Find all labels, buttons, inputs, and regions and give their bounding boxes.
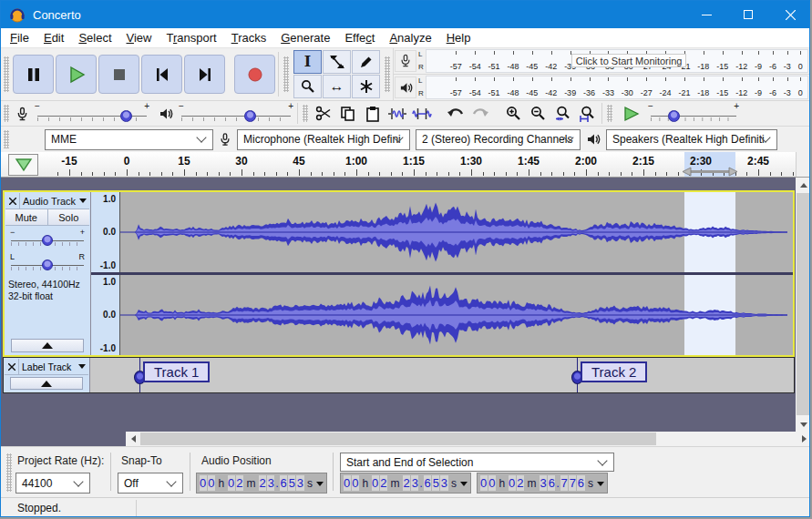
pan-thumb[interactable] [42,260,53,270]
horizontal-scroll-thumb[interactable] [140,432,656,445]
scroll-right-button[interactable] [797,432,810,446]
label-track[interactable]: Label Track Track 1 Track 2 [3,357,795,393]
pan-slider[interactable]: L R [9,252,86,275]
horizontal-scrollbar[interactable] [126,432,810,446]
project-rate-select[interactable]: 44100 [15,473,90,494]
stop-button[interactable] [98,55,139,94]
selection-resize-arrow-icon[interactable] [683,167,737,177]
menu-item-file[interactable]: File [3,29,36,46]
undo-button[interactable] [444,103,467,125]
play-speed-slider[interactable]: −+ [646,102,741,126]
menu-item-view[interactable]: View [119,29,159,46]
tools-toolbar-grip[interactable] [283,56,289,93]
label-text-box[interactable]: Track 2 [581,361,647,382]
quick-play-button[interactable] [8,154,38,176]
recording-meter-body[interactable]: Click to Start Monitoring -57-54-51-48-4… [426,49,808,73]
waveform-left[interactable] [120,192,793,272]
waveform-right[interactable] [120,275,793,355]
audio-host-select[interactable]: MME [45,129,213,150]
multi-tool-button[interactable] [352,75,380,98]
recording-volume-slider[interactable]: −+ [33,102,151,126]
gain-slider[interactable]: − + [9,228,86,250]
draw-tool-button[interactable] [352,50,380,74]
gain-thumb[interactable] [42,235,53,246]
vertical-scroll-thumb[interactable] [797,193,810,415]
playback-meter-speaker-button[interactable] [395,76,416,98]
label-text-box[interactable]: Track 1 [143,361,210,382]
audio-channel-right[interactable]: 1.0 0.0 -1.0 [91,275,793,355]
zoom-out-button[interactable] [527,103,550,125]
label-track-lane[interactable]: Track 1 Track 2 [90,358,794,392]
audio-channel-left[interactable]: 1.0 0.0 -1.0 [91,192,793,272]
menu-item-analyze[interactable]: Analyze [382,29,438,46]
edit-toolbar-grip[interactable] [303,105,308,122]
menu-item-edit[interactable]: Edit [36,29,71,46]
play-at-speed-grip[interactable] [607,105,612,122]
label-track-collapse-button[interactable] [10,377,83,390]
zoom-tool-button[interactable] [293,75,322,98]
minimize-button[interactable] [685,1,727,28]
label-track-close-button[interactable] [5,359,19,374]
record-button[interactable] [234,55,275,94]
maximize-button[interactable] [727,1,769,28]
device-toolbar-grip[interactable] [4,130,9,148]
selection-toolbar-grip[interactable] [6,453,12,492]
skip-to-end-button[interactable] [184,55,225,94]
label-track-name-menu[interactable]: Label Track [19,359,88,374]
selection-end-field[interactable]: 00h02m36.776s [477,473,608,494]
play-speed-thumb[interactable] [668,110,680,122]
recording-volume-thumb[interactable] [120,110,132,122]
redo-button[interactable] [468,103,491,125]
mixer-toolbar-grip[interactable] [4,105,9,122]
selection-start-field[interactable]: 00h02m23.653s [340,473,471,494]
playback-meter[interactable]: LR -57-54-51-48-45-42-39-36-33-30-27-24-… [393,74,810,101]
menu-item-effect[interactable]: Effect [337,29,382,46]
zoom-to-selection-button[interactable] [551,103,574,125]
selection-tool-button[interactable]: I [293,50,322,74]
play-button[interactable] [56,55,97,94]
playback-volume-thumb[interactable] [244,110,256,122]
recording-channels-select[interactable]: 2 (Stereo) Recording Channels [416,129,581,150]
monitoring-overlay[interactable]: Click to Start Monitoring [571,54,687,67]
trim-audio-button[interactable] [385,103,408,125]
audio-track-close-button[interactable] [5,193,20,209]
recording-meter-mic-button[interactable] [395,50,416,72]
cut-button[interactable] [312,103,334,125]
scroll-left-button[interactable] [126,432,140,446]
fit-project-button[interactable] [576,103,599,125]
playback-volume-slider[interactable]: −+ [177,102,295,126]
scroll-up-button[interactable] [796,178,810,192]
skip-to-start-button[interactable] [141,55,182,94]
recording-meter[interactable]: LR Click to Start Monitoring -57-54-51-4… [393,48,810,75]
close-button[interactable] [769,1,810,28]
meter-toolbar-grip[interactable] [385,56,390,93]
selection-mode-select[interactable]: Start and End of Selection [340,453,614,472]
audio-track-collapse-button[interactable] [11,339,84,352]
envelope-tool-button[interactable] [323,50,351,74]
timeline-ruler[interactable]: -1501530451:001:151:301:452:002:152:302:… [1,152,810,178]
solo-button[interactable]: Solo [48,209,90,225]
transport-toolbar-grip[interactable] [4,56,9,93]
track-area[interactable]: Audio Track Mute Solo − + L R [1,178,810,432]
playback-meter-body[interactable]: -57-54-51-48-45-42-39-36-33-30-27-24-21-… [426,76,808,99]
scroll-down-button[interactable] [796,417,810,432]
playback-device-select[interactable]: Speakers (Realtek High Definiti [606,129,777,150]
silence-audio-button[interactable] [410,103,433,125]
recording-device-select[interactable]: Microphone (Realtek High Defini [237,129,410,150]
menu-item-tracks[interactable]: Tracks [224,29,274,46]
audio-track-name-menu[interactable]: Audio Track [20,193,89,209]
menu-item-help[interactable]: Help [439,29,478,46]
paste-button[interactable] [361,103,384,125]
snap-to-select[interactable]: Off [118,473,183,494]
menu-item-transport[interactable]: Transport [159,29,223,46]
zoom-in-button[interactable] [502,103,525,125]
mute-button[interactable]: Mute [5,209,48,225]
copy-button[interactable] [336,103,359,125]
pause-button[interactable] [13,55,54,94]
menu-item-generate[interactable]: Generate [273,29,337,46]
audio-position-field[interactable]: 00h02m23.653s [196,473,327,494]
menu-item-select[interactable]: Select [71,29,118,46]
vertical-scrollbar[interactable] [796,178,810,432]
time-shift-tool-button[interactable]: ↔ [323,75,351,98]
audio-track[interactable]: Audio Track Mute Solo − + L R [3,190,795,357]
